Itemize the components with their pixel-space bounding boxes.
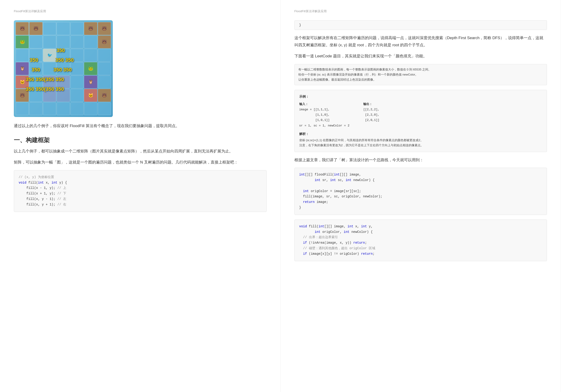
code-kw-int1: int	[38, 181, 44, 185]
cell: 🐻	[29, 22, 42, 35]
cell: 🐻	[98, 35, 111, 48]
cell	[70, 22, 84, 35]
cell: 🐻	[16, 22, 29, 35]
score-350-3: 350 350	[55, 57, 74, 63]
code-block-3: void fill(int[][] image, int x, int y, i…	[294, 219, 547, 261]
example-input-col: 输入： image = [[1,1,1], [1,1,0], [1,0,1]]s…	[299, 101, 349, 128]
cell	[70, 62, 84, 75]
cell: 🐱	[84, 89, 97, 102]
left-column: FloodFill算法详解及应用 🐻 🐻 🐻 🐻 🐸 🐻 🐦	[0, 0, 280, 392]
code-block-2: int[][] floodFill(int[][] image, int sr,…	[294, 168, 547, 215]
intro-para: 通过以上的几个例子，你应该对 FloodFill 算法有个概念了，现在我们要抽象…	[14, 122, 267, 130]
cell	[70, 35, 84, 48]
cell	[84, 49, 97, 62]
cell	[98, 76, 111, 88]
section1-para1: 以上几个例子，都可以抽象成一个二维矩阵（图片其实就是像素点矩阵），然后从某点开始…	[14, 148, 267, 155]
cell	[84, 35, 97, 48]
output-code: [[2,2,2], [2,2,0], [2,0,1]]	[363, 107, 379, 123]
section1-para2: 矩阵，可以抽象为一幅「图」，这就是一个图的遍历问题，也就类似一个 N 叉树遍历的…	[14, 159, 267, 166]
cell	[16, 49, 29, 62]
problem-line1: 有一幅以二维整数数组表示的图画，每一个整数表示该图画的像素值大小，数值在 0 到…	[298, 67, 543, 72]
cell	[57, 22, 70, 35]
code-comment-3: // 下	[57, 192, 66, 195]
left-header: FloodFill算法详解及应用	[14, 9, 267, 13]
right-header: FloodFill算法详解及应用	[294, 9, 547, 13]
cell: 🐻	[84, 22, 97, 35]
input-header: 输入：	[299, 101, 349, 107]
cell	[70, 76, 84, 88]
code-kw-int2: int	[52, 181, 57, 185]
closing-brace: }	[294, 20, 547, 30]
score-350-5: 350 350	[54, 67, 72, 73]
right-para1: 这个框架可以解决所有在二维矩阵中遍历的问题，说得高端一点，这就叫深度优先搜索（D…	[294, 34, 547, 49]
code-comment-4: // 左	[57, 197, 66, 201]
example-label: 示例：	[299, 94, 542, 99]
problem-line2: 给你一个坐标 (sr, sc) 表示图像渲染开始的像素值（行，列）和一个新的颜色…	[298, 72, 543, 77]
output-header: 输出：	[363, 101, 379, 107]
code-kw-void: void	[19, 181, 26, 185]
cell: 🐦	[43, 49, 56, 62]
example-box: 示例： 输入： image = [[1,1,1], [1,1,0], [1,0,…	[294, 90, 547, 152]
cell: 🦉	[84, 76, 97, 88]
score-350-6: 350 350(350 350	[26, 76, 64, 82]
problem-description: 有一幅以二维整数数组表示的图画，每一个整数表示该图画的像素值大小，数值在 0 到…	[294, 64, 547, 85]
code-comment-5: // 右	[57, 203, 66, 206]
example-row: 输入： image = [[1,1,1], [1,1,0], [1,0,1]]s…	[299, 101, 542, 128]
cell	[29, 102, 42, 115]
cell: 🐻	[98, 89, 111, 102]
cell: 🐸	[16, 35, 29, 48]
code-block-1: // (x, y) 为坐标位置 void fill(int x, int y) …	[14, 170, 267, 212]
input-code: image = [[1,1,1], [1,1,0], [1,0,1]]sr = …	[299, 107, 349, 129]
right-column: FloodFill算法详解及应用 } 这个框架可以解决所有在二维矩阵中遍历的问题…	[280, 0, 561, 392]
problem-line3: 让你重新上色这幅图像。最后返回经过上色渲染后的图像。	[298, 77, 543, 82]
score-350-2: 350	[30, 57, 38, 63]
section1-title: 一、构建框架	[14, 136, 267, 144]
cell	[70, 89, 84, 102]
game-image: 🐻 🐻 🐻 🐻 🐸 🐻 🐦 🦉	[14, 20, 113, 117]
right-para2: 下面看一道 LeetCode 题目，其实就是让我们来实现一个「颜色填充」功能。	[294, 53, 547, 60]
cell	[98, 62, 111, 75]
analysis-text: 坐标 (sr,sc)=(1,1) 在图像的正中间，与其相连的所有有符合条件的像素…	[299, 138, 542, 148]
example-output-col: 输出： [[2,2,2], [2,2,0], [2,0,1]]	[363, 101, 379, 128]
analysis-label: 解析：	[299, 131, 542, 137]
score-350-4: 350	[32, 67, 40, 73]
cell	[43, 102, 56, 115]
cell	[43, 22, 56, 35]
code-comment-1: // (x, y) 为坐标位置	[19, 175, 54, 179]
right-para3: 根据上篇文章，我们讲了「树」算法设计的一个总路线，今天就可以用到：	[294, 157, 547, 164]
cell	[98, 49, 111, 62]
cell	[84, 102, 97, 115]
cell	[98, 102, 111, 115]
cell: 🐻	[98, 22, 111, 35]
cell	[70, 102, 84, 115]
cell	[57, 35, 70, 48]
score-350-1: 350	[56, 47, 65, 54]
cell	[43, 35, 56, 48]
code-comment-2: // 上	[57, 186, 66, 190]
analysis-section: 解析： 坐标 (sr,sc)=(1,1) 在图像的正中间，与其相连的所有有符合条…	[299, 131, 542, 148]
cell	[57, 102, 70, 115]
cell	[16, 102, 29, 115]
cell: 🐸	[84, 62, 97, 75]
score-350-7: 350 350(350 350	[26, 86, 64, 92]
cell	[29, 35, 42, 48]
cell: 🦉	[16, 62, 29, 75]
